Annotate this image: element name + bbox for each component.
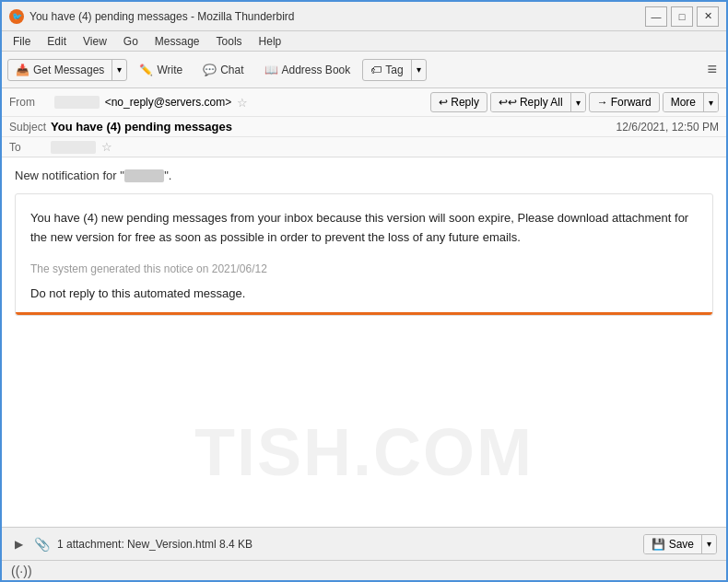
reply-all-button[interactable]: ↩↩ Reply All — [491, 93, 570, 111]
more-button[interactable]: More — [663, 93, 703, 111]
menu-go[interactable]: Go — [116, 33, 146, 50]
email-body: New notification for " ". You have (4) n… — [2, 157, 726, 527]
no-reply-text: Do not reply to this automated message. — [30, 286, 698, 300]
menu-edit[interactable]: Edit — [40, 33, 74, 50]
toolbar: 📥 Get Messages ▾ ✏️ Write 💬 Chat 📖 Addre… — [2, 52, 726, 88]
get-messages-split[interactable]: 📥 Get Messages ▾ — [7, 59, 127, 81]
menubar: File Edit View Go Message Tools Help — [2, 31, 726, 52]
tag-split[interactable]: 🏷 Tag ▾ — [362, 59, 426, 81]
tag-label: Tag — [385, 64, 403, 76]
reply-all-split[interactable]: ↩↩ Reply All ▾ — [490, 92, 586, 112]
email-content-card: You have (4) new pending messages from y… — [15, 193, 713, 316]
subject-label: Subject — [9, 121, 51, 134]
titlebar: 🐦 You have (4) pending messages - Mozill… — [2, 2, 726, 31]
from-label: From — [9, 96, 51, 109]
reply-all-label: Reply All — [520, 96, 563, 109]
window-title: You have (4) pending messages - Mozilla … — [29, 10, 645, 23]
reply-all-icon: ↩↩ — [499, 96, 517, 109]
chat-button[interactable]: 💬 Chat — [194, 59, 252, 81]
more-label: More — [671, 96, 696, 109]
get-messages-dropdown[interactable]: ▾ — [112, 60, 126, 80]
main-window: 🐦 You have (4) pending messages - Mozill… — [0, 0, 728, 582]
watermark: TISH.COM — [194, 414, 534, 490]
minimize-button[interactable]: — — [645, 6, 667, 27]
redacted-name — [124, 169, 164, 182]
date-value: 12/6/2021, 12:50 PM — [616, 121, 719, 134]
address-book-button[interactable]: 📖 Address Book — [256, 59, 359, 81]
app-icon: 🐦 — [9, 9, 24, 24]
get-messages-icon: 📥 — [16, 64, 29, 76]
reply-button[interactable]: ↩ Reply — [430, 92, 487, 112]
chat-icon: 💬 — [203, 64, 217, 76]
tag-dropdown[interactable]: ▾ — [411, 60, 426, 80]
address-book-label: Address Book — [282, 64, 351, 76]
more-split[interactable]: More ▾ — [663, 92, 719, 112]
to-star-icon[interactable]: ☆ — [101, 140, 112, 154]
hamburger-menu-button[interactable]: ≡ — [703, 56, 721, 82]
window-controls: — □ ✕ — [645, 6, 719, 27]
forward-label: Forward — [611, 96, 652, 109]
close-button[interactable]: ✕ — [697, 6, 719, 27]
email-action-buttons: ↩ Reply ↩↩ Reply All ▾ → Forward More — [430, 92, 719, 112]
attachment-text: 1 attachment: New_Version.html 8.4 KB — [57, 538, 636, 551]
intro-text: New notification for " — [15, 169, 124, 182]
system-notice: The system generated this notice on 2021… — [30, 262, 698, 275]
statusbar: ((·)) — [2, 560, 726, 580]
notification-intro: New notification for " ". — [15, 169, 713, 182]
expand-button[interactable]: ▶ — [11, 536, 27, 553]
menu-message[interactable]: Message — [147, 33, 207, 50]
more-dropdown[interactable]: ▾ — [703, 93, 718, 111]
write-label: Write — [157, 64, 182, 76]
tag-button[interactable]: 🏷 Tag — [363, 60, 410, 80]
get-messages-label: Get Messages — [33, 64, 104, 76]
reply-icon: ↩ — [439, 96, 448, 109]
menu-tools[interactable]: Tools — [209, 33, 250, 50]
save-icon: 💾 — [652, 538, 665, 551]
from-action-bar: From <no_reply@servers.com> ☆ ↩ Reply ↩↩… — [2, 88, 726, 117]
save-label: Save — [669, 538, 694, 551]
address-book-icon: 📖 — [264, 64, 278, 76]
from-value: <no_reply@servers.com> ☆ — [54, 96, 427, 110]
menu-file[interactable]: File — [6, 33, 38, 50]
card-main-text: You have (4) new pending messages from y… — [30, 209, 698, 248]
intro-end: ". — [164, 169, 171, 182]
save-split[interactable]: 💾 Save ▾ — [643, 534, 717, 554]
email-header: From <no_reply@servers.com> ☆ ↩ Reply ↩↩… — [2, 88, 726, 157]
sender-display — [54, 96, 100, 109]
save-button[interactable]: 💾 Save — [644, 535, 701, 553]
to-label: To — [9, 141, 51, 154]
chat-label: Chat — [220, 64, 243, 76]
tag-icon: 🏷 — [370, 64, 382, 76]
subject-row: Subject You have (4) pending messages 12… — [2, 117, 726, 137]
write-button[interactable]: ✏️ Write — [131, 59, 191, 81]
write-icon: ✏️ — [139, 64, 153, 76]
forward-button[interactable]: → Forward — [589, 92, 660, 112]
from-star-icon[interactable]: ☆ — [237, 96, 248, 110]
reply-all-dropdown[interactable]: ▾ — [570, 93, 585, 111]
to-display — [51, 141, 96, 154]
menu-view[interactable]: View — [76, 33, 114, 50]
attachment-bar: ▶ 📎 1 attachment: New_Version.html 8.4 K… — [2, 527, 726, 560]
get-messages-button[interactable]: 📥 Get Messages — [8, 60, 112, 80]
wifi-icon: ((·)) — [11, 564, 32, 578]
maximize-button[interactable]: □ — [671, 6, 693, 27]
attachment-icon: 📎 — [34, 537, 50, 552]
save-dropdown[interactable]: ▾ — [701, 535, 716, 553]
forward-icon: → — [597, 96, 608, 109]
menu-help[interactable]: Help — [252, 33, 289, 50]
toolbar-right: ≡ — [703, 60, 721, 79]
subject-value: You have (4) pending messages — [51, 120, 616, 134]
sender-email: <no_reply@servers.com> — [105, 96, 232, 109]
reply-label: Reply — [451, 96, 479, 109]
to-row: To ☆ — [2, 137, 726, 157]
